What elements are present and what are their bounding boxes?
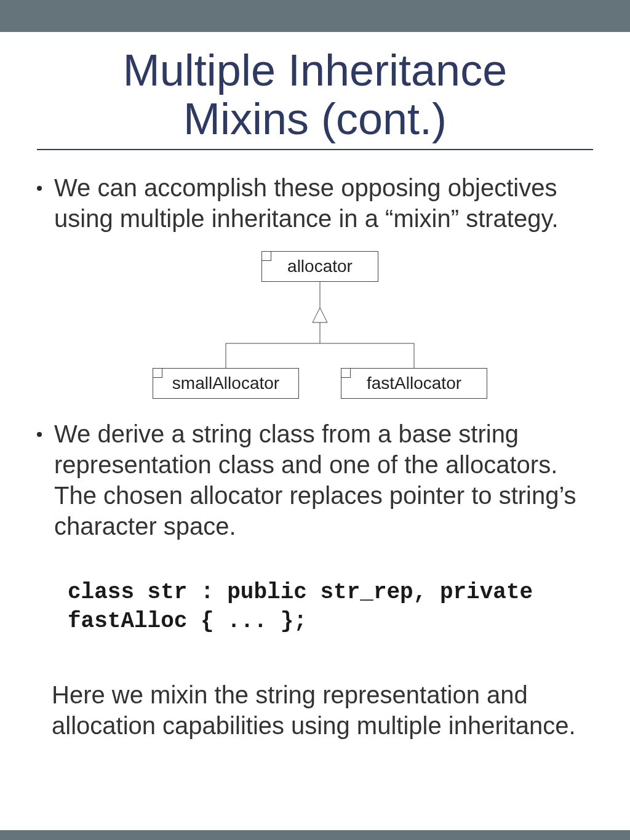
bullet-text: We derive a string class from a base str… (54, 418, 603, 542)
top-bar (0, 0, 630, 32)
paragraph: Here we mixin the string representation … (52, 679, 603, 741)
bottom-bar (0, 830, 630, 840)
slide-content: We can accomplish these opposing objecti… (37, 172, 603, 741)
slide-title: Multiple InheritanceMixins (cont.) (0, 46, 630, 143)
uml-class-label: allocator (287, 257, 353, 276)
code-block: class str : public str_rep, private fast… (68, 578, 603, 636)
uml-class-smallallocator: smallAllocator (153, 368, 299, 399)
uml-class-label: fastAllocator (367, 374, 461, 393)
bullet-dot-icon (37, 186, 42, 191)
svg-marker-1 (313, 308, 327, 322)
bullet-item: We can accomplish these opposing objecti… (37, 172, 603, 234)
uml-diagram: allocator smallAllocator fastAllocator (148, 251, 492, 399)
uml-class-label: smallAllocator (172, 374, 279, 393)
bullet-dot-icon (37, 432, 42, 437)
bullet-text: We can accomplish these opposing objecti… (54, 172, 603, 234)
title-underline (37, 149, 593, 150)
uml-class-allocator: allocator (261, 251, 378, 282)
uml-class-fastallocator: fastAllocator (341, 368, 487, 399)
bullet-item: We derive a string class from a base str… (37, 418, 603, 542)
slide: Multiple InheritanceMixins (cont.) We ca… (0, 0, 630, 840)
